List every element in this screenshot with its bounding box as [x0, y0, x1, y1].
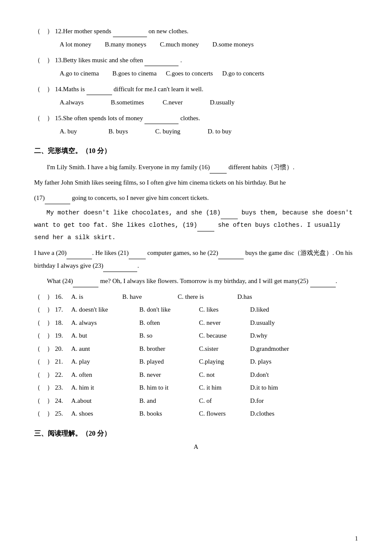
cloze-q24-optD: D.for [250, 395, 288, 407]
q12-optB: B.many moneys [105, 41, 147, 48]
q12-optA: A lot money [60, 41, 91, 48]
q15-optC: C. buying [155, 128, 180, 135]
cloze-q25: （ ） 25. A. shoes B. books C. flowers D.c… [34, 408, 358, 420]
cloze-q22-optD: D.don't [250, 369, 288, 381]
bracket-15: （ ） [34, 113, 53, 124]
cloze-q19-optD: D.why [250, 330, 288, 342]
cloze-q20: （ ） 20. A. aunt B. brother C.sister D.gr… [34, 343, 358, 355]
cloze-q25-optD: D.clothes [250, 408, 288, 420]
q15-optB: B. buys [109, 128, 128, 135]
q15-optA: A. buy [60, 128, 77, 135]
cloze-q23-optC: C. it him [199, 382, 237, 394]
cloze-q19-optA: A. but [71, 330, 127, 342]
q14-optC: C.never [163, 99, 183, 106]
cloze-q20-optC: C.sister [199, 343, 237, 355]
sub-section-a: A [34, 443, 358, 451]
cloze-q18-optB: B. often [139, 317, 186, 329]
cloze-q17-optA: A. doesn't like [71, 304, 127, 316]
q12-text: 12.Her mother spends on new clothes. [55, 26, 358, 37]
q14-optB: B.sometimes [111, 99, 144, 106]
cloze-q19-optB: B. so [139, 330, 186, 342]
passage-line1: I'm Lily Smith. I have a big family. Eve… [34, 161, 358, 173]
cloze-q22-optC: C. not [199, 369, 237, 381]
bracket-14: （ ） [34, 84, 53, 95]
q13-options: A.go to cinema B.goes to cinema C.goes t… [34, 68, 358, 79]
cloze-q22-optA: A. often [71, 369, 127, 381]
cloze-q20-optA: A. aunt [71, 343, 127, 355]
q15-options: A. buy B. buys C. buying D. to buy [34, 126, 358, 137]
cloze-q25-optC: C. flowers [199, 408, 237, 420]
q14-optD: D.usually [210, 99, 235, 106]
page-number: 1 [355, 535, 358, 542]
cloze-q21-optD: D. plays [250, 356, 288, 368]
cloze-q20-optD: D.grandmother [250, 343, 289, 355]
blank-18-p [221, 213, 238, 219]
passage-line5: I have a (20). He likes (21) computer ga… [34, 246, 358, 272]
passage-line6: What (24) me? Oh, I always like flowers.… [34, 275, 358, 287]
blank-23-p [103, 266, 137, 272]
cloze-q17: （ ） 17. A. doesn't like B. don't like C.… [34, 304, 358, 316]
q12-options: A lot money B.many moneys C.much money D… [34, 39, 358, 50]
q14-optA: A.always [60, 99, 84, 106]
cloze-q22: （ ） 22. A. often B. never C. not D.don't [34, 369, 358, 381]
cloze-q18-optA: A. always [71, 317, 127, 329]
blank-25-p [310, 281, 336, 287]
cloze-q19-optC: C. because [199, 330, 237, 342]
question-15: （ ） 15.She often spends lots of money cl… [34, 113, 358, 137]
q15-optD: D. to buy [208, 128, 231, 135]
q14-options: A.always B.sometimes C.never D.usually [34, 97, 358, 108]
cloze-q24-optC: C. of [199, 395, 237, 407]
blank-15 [144, 118, 179, 124]
blank-22-p [218, 253, 244, 259]
cloze-q19: （ ） 19. A. but B. so C. because D.why [34, 330, 358, 342]
cloze-q18-optC: C. never [199, 317, 237, 329]
cloze-q16: （ ） 16. A. is B. have C. there is D.has [34, 291, 358, 303]
bracket-13: （ ） [34, 55, 53, 66]
cloze-q21-optA: A. play [71, 356, 127, 368]
blank-21-p [129, 253, 146, 259]
cloze-q25-optA: A. shoes [71, 408, 127, 420]
cloze-q22-optB: B. never [139, 369, 186, 381]
q13-optB: B.goes to cinema [112, 70, 157, 77]
cloze-q21-optB: B. played [139, 356, 186, 368]
cloze-q23-optB: B. him to it [139, 382, 186, 394]
q13-text: 13.Betty likes music and she often . [55, 55, 358, 66]
cloze-q18: （ ） 18. A. always B. often C. never D.us… [34, 317, 358, 329]
cloze-q16-optA: A. is [71, 291, 110, 303]
cloze-q16-optC: C. there is [178, 291, 225, 303]
cloze-q18-optD: D.usually [250, 317, 288, 329]
question-13: （ ） 13.Betty likes music and she often .… [34, 55, 358, 79]
blank-20-p [66, 253, 92, 259]
passage-line4: My mother doesn't like chocolates, and s… [34, 207, 358, 244]
q13-optC: C.goes to concerts [166, 70, 213, 77]
cloze-q17-optB: B. don't like [139, 304, 186, 316]
q14-text: 14.Maths is difficult for me.I can't lea… [55, 84, 358, 95]
passage-line3: (17) going to concerts, so I never give … [34, 191, 358, 204]
cloze-q17-optD: D.liked [250, 304, 288, 316]
question-14: （ ） 14.Maths is difficult for me.I can't… [34, 84, 358, 108]
cloze-q25-optB: B. books [139, 408, 186, 420]
blank-13 [144, 60, 179, 66]
section2-header: 二、完形填空。（10 分） [34, 145, 358, 157]
blank-16-p [210, 167, 227, 173]
blank-24-p [73, 281, 98, 287]
cloze-q16-optD: D.has [237, 291, 276, 303]
question-12: （ ） 12.Her mother spends on new clothes.… [34, 26, 358, 50]
cloze-q23: （ ） 23. A. him it B. him to it C. it him… [34, 382, 358, 394]
q13-optA: A.go to cinema [60, 70, 99, 77]
cloze-q21: （ ） 21. A. play B. played C.playing D. p… [34, 356, 358, 368]
blank-14 [86, 89, 112, 95]
bracket-12: （ ） [34, 26, 53, 37]
cloze-q21-optC: C.playing [199, 356, 237, 368]
section3-header: 三、阅读理解。（20 分） [34, 428, 358, 440]
q13-optD: D.go to concerts [222, 70, 264, 77]
cloze-q24-optB: B. and [139, 395, 186, 407]
cloze-q17-optC: C. likes [199, 304, 237, 316]
blank-12 [113, 31, 147, 37]
cloze-q24: （ ） 24. A.about B. and C. of D.for [34, 395, 358, 407]
q12-optC: C.much money [160, 41, 199, 48]
blank-17-p [45, 198, 70, 204]
q15-text: 15.She often spends lots of money clothe… [55, 113, 358, 124]
cloze-q24-optA: A.about [71, 395, 127, 407]
cloze-q20-optB: B. brother [139, 343, 186, 355]
